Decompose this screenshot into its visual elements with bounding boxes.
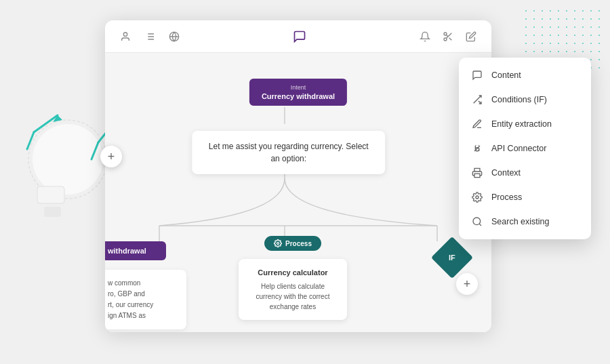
svg-point-20 (444, 38, 447, 41)
process-badge: Process (264, 236, 321, 251)
menu-item-content[interactable]: Content (459, 63, 591, 87)
menu-label-api: API Connector (491, 144, 546, 153)
text-content-node[interactable]: w common ro, GBP and rt, our currency ig… (105, 270, 186, 329)
process-description: Help clients calculate currency with the… (249, 281, 336, 312)
if-label: IF (449, 254, 455, 262)
toolbar-right (418, 30, 478, 43)
add-node-button-left[interactable]: + (100, 146, 122, 167)
process-title: Currency calculator (249, 267, 336, 279)
svg-point-19 (444, 33, 447, 35)
printer-icon (471, 167, 483, 179)
flow-canvas: Intent Currency withdrawal Let me assist… (105, 53, 491, 332)
menu-label-context: Context (491, 168, 521, 178)
intent-title: Currency withdrawal (262, 92, 335, 100)
context-menu: Content Conditions (IF) Entity extractio… (459, 58, 591, 239)
if-node[interactable]: IF (431, 237, 473, 279)
bell-icon[interactable] (418, 30, 432, 43)
pen-icon (471, 118, 483, 130)
gear-icon (471, 191, 483, 203)
menu-label-conditions: Conditions (IF) (491, 95, 547, 104)
text-content: w common ro, GBP and rt, our currency ig… (108, 279, 153, 319)
menu-item-search[interactable]: Search existing (459, 209, 591, 234)
svg-point-10 (123, 33, 127, 36)
user-icon[interactable] (119, 30, 132, 43)
process-node[interactable]: Process Currency calculator Help clients… (239, 236, 347, 320)
shuffle-icon (471, 94, 483, 106)
scissors-icon[interactable] (441, 30, 455, 43)
svg-point-36 (476, 196, 479, 199)
menu-label-process: Process (491, 193, 522, 202)
intent-label: Intent (262, 84, 335, 91)
svg-line-23 (446, 35, 448, 37)
svg-point-37 (473, 218, 481, 225)
process-badge-text: Process (285, 240, 312, 247)
menu-item-api[interactable]: API Connector (459, 136, 591, 161)
menu-label-search: Search existing (491, 217, 549, 226)
message-node[interactable]: Let me assist you regarding currency. Se… (192, 131, 385, 174)
svg-point-30 (277, 243, 279, 245)
svg-line-22 (449, 37, 452, 40)
svg-rect-8 (37, 186, 64, 203)
toolbar-center (293, 30, 306, 43)
withdrawal-title: withdrawal (108, 247, 146, 255)
withdrawal-node[interactable]: withdrawal (105, 241, 166, 260)
svg-rect-9 (44, 207, 61, 217)
flow-canvas-window: Intent Currency withdrawal Let me assist… (105, 20, 491, 332)
menu-item-context[interactable]: Context (459, 161, 591, 185)
edit-icon[interactable] (464, 30, 478, 43)
svg-point-33 (475, 145, 476, 146)
chat-bubble-icon (471, 69, 483, 81)
decorative-circle (20, 105, 102, 186)
message-text: Let me assist you regarding currency. Se… (209, 142, 369, 163)
chat-icon (293, 30, 306, 43)
plug-icon (471, 142, 483, 155)
list-icon[interactable] (143, 30, 157, 43)
intent-node[interactable]: Intent Currency withdrawal (249, 79, 347, 106)
menu-label-content: Content (491, 70, 521, 80)
search-icon (471, 216, 483, 228)
svg-rect-35 (474, 174, 480, 177)
menu-item-process[interactable]: Process (459, 185, 591, 209)
toolbar (105, 20, 491, 53)
svg-line-38 (479, 224, 481, 226)
menu-label-entity: Entity extraction (491, 119, 552, 129)
process-content: Currency calculator Help clients calcula… (239, 259, 347, 320)
globe-icon[interactable] (167, 30, 181, 43)
svg-point-34 (478, 145, 479, 146)
toolbar-left (119, 30, 181, 43)
add-node-button-canvas[interactable]: + (456, 273, 478, 295)
menu-item-entity[interactable]: Entity extraction (459, 112, 591, 136)
menu-item-conditions[interactable]: Conditions (IF) (459, 87, 591, 112)
